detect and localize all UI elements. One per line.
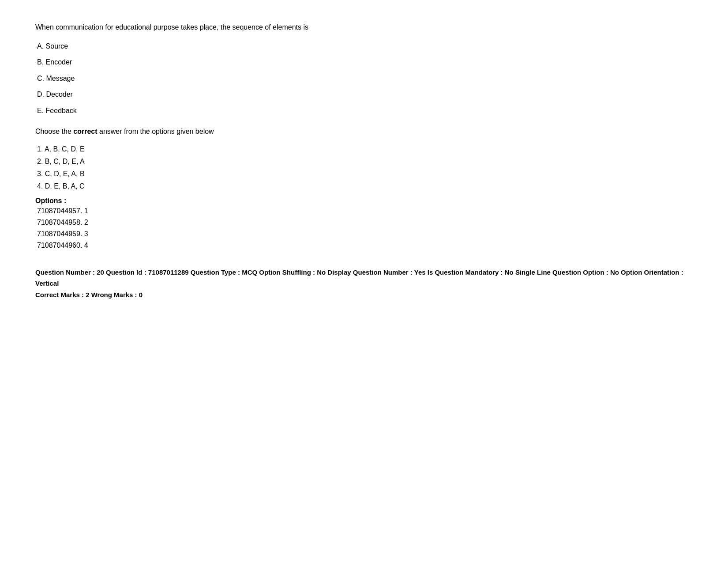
option-ids-list: 71087044957. 1 71087044958. 2 7108704495… [35,206,693,251]
metadata-block: Question Number : 20 Question Id : 71087… [35,267,693,301]
option-id-2: 71087044958. 2 [35,217,693,228]
option-e: E. Feedback [35,106,693,116]
choose-prefix: Choose the [35,128,73,135]
option-d: D. Decoder [35,90,693,99]
answer-option-1: 1. A, B, C, D, E [35,144,693,155]
answer-options-list: 1. A, B, C, D, E 2. B, C, D, E, A 3. C, … [35,144,693,192]
option-id-1: 71087044957. 1 [35,206,693,216]
option-c: C. Message [35,74,693,83]
answer-option-4: 4. D, E, B, A, C [35,181,693,192]
option-a: A. Source [35,42,693,51]
metadata-line1: Question Number : 20 Question Id : 71087… [35,267,693,289]
option-b: B. Encoder [35,57,693,67]
options-list: A. Source B. Encoder C. Message D. Decod… [35,42,693,116]
metadata-line2: Correct Marks : 2 Wrong Marks : 0 [35,289,693,301]
question-container: When communication for educational purpo… [35,22,693,300]
option-id-3: 71087044959. 3 [35,229,693,239]
choose-bold: correct [73,128,97,135]
options-label: Options : [35,197,693,205]
choose-suffix: answer from the options given below [98,128,214,135]
question-text: When communication for educational purpo… [35,22,693,33]
answer-option-2: 2. B, C, D, E, A [35,156,693,167]
answer-option-3: 3. C, D, E, A, B [35,169,693,179]
choose-instruction: Choose the correct answer from the optio… [35,126,693,137]
option-id-4: 71087044960. 4 [35,240,693,251]
